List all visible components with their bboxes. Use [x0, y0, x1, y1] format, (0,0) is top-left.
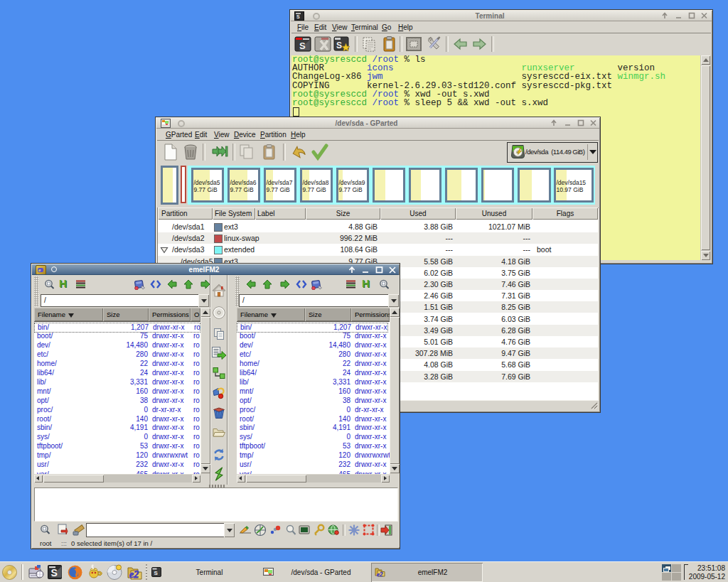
svg-text:S: S: [299, 41, 306, 51]
svg-text:S: S: [336, 41, 342, 50]
svg-text:S: S: [154, 570, 159, 576]
svg-text:S: S: [51, 567, 58, 578]
svg-text:e2: e2: [129, 569, 139, 580]
